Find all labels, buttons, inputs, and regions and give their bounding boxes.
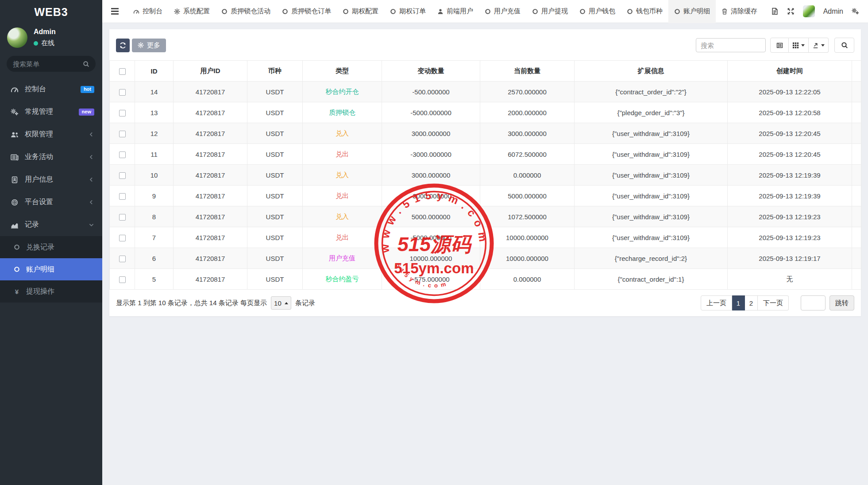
table-row: 741720817USDT兑出-5000.00000010000.000000{… <box>110 227 861 248</box>
jump-page-input[interactable] <box>801 295 826 310</box>
tab-wallet-coins[interactable]: 钱包币种 <box>621 0 668 23</box>
page-1-button[interactable]: 1 <box>732 295 745 310</box>
columns-button[interactable] <box>789 38 809 53</box>
table-row: 841720817USDT兑入5000.0000001072.500000{"u… <box>110 206 861 227</box>
sidebar-search-input[interactable] <box>13 60 79 68</box>
tab-pledge-orders[interactable]: 质押锁仓订单 <box>276 0 337 23</box>
toolbar-right <box>696 38 854 53</box>
cell-coin: USDT <box>247 206 303 227</box>
caret-up-icon <box>285 302 288 304</box>
tab-option-orders[interactable]: 期权订单 <box>384 0 432 23</box>
sidebar-item-permission-management[interactable]: 权限管理 <box>0 123 102 146</box>
cell-extra-info: {"user_withdraw_id":3109} <box>575 165 728 186</box>
table-search-input[interactable] <box>696 38 766 52</box>
sidebar-item-user-info[interactable]: 用户信息 <box>0 168 102 191</box>
table-row: 641720817USDT用户充值10000.00000010000.00000… <box>110 248 861 269</box>
more-button[interactable]: 更多 <box>132 39 166 52</box>
profile-name: Admin <box>34 28 56 36</box>
cell-change-amount: 5000.000000 <box>382 206 480 227</box>
sidebar-item-business-activity[interactable]: 业务活动 <box>0 146 102 168</box>
cell-id: 13 <box>135 102 174 123</box>
grid-icon <box>792 42 799 49</box>
circle-icon <box>532 8 538 15</box>
admin-avatar[interactable] <box>803 5 815 17</box>
row-checkbox[interactable] <box>119 256 126 262</box>
cell-user-id: 41720817 <box>174 248 247 269</box>
sidebar-item-general-management[interactable]: 常规管理new <box>0 101 102 123</box>
sidebar-item-platform-settings[interactable]: 平台设置 <box>0 191 102 213</box>
tab-account-details[interactable]: 账户明细 <box>668 0 716 23</box>
refresh-icon <box>120 42 126 49</box>
cell-current-amount: 2570.000000 <box>480 81 575 102</box>
tab-user-withdraw[interactable]: 用户提现 <box>526 0 574 23</box>
cell-type: 兑出 <box>303 186 382 206</box>
sidebar-item-account-details[interactable]: 账户明细 <box>0 258 102 280</box>
sidebar-submenu-records: 兑换记录账户明细¥提现操作 <box>0 236 102 303</box>
page-size-select[interactable]: 10 <box>271 296 291 310</box>
cell-id: 12 <box>135 123 174 144</box>
row-checkbox[interactable] <box>119 110 126 116</box>
cell-type: 秒合约盈亏 <box>303 269 382 290</box>
docs-icon[interactable] <box>771 8 779 15</box>
select-all-checkbox[interactable] <box>119 68 126 75</box>
cell-created-time: 2025-09-13 12:19:23 <box>728 227 852 248</box>
tab-pledge-activity[interactable]: 质押锁仓活动 <box>216 0 276 23</box>
refresh-button[interactable] <box>116 39 130 52</box>
column-header: 类型 <box>303 61 382 81</box>
cell-user-id: 41720817 <box>174 144 247 165</box>
cell-change-amount: 10000.000000 <box>382 248 480 269</box>
sidebar-item-records[interactable]: 记录 <box>0 213 102 236</box>
column-header: ID <box>135 61 174 81</box>
cell-current-amount: 10000.000000 <box>480 248 575 269</box>
row-checkbox[interactable] <box>119 193 126 200</box>
cell-created-time: 2025-09-13 12:19:23 <box>728 206 852 227</box>
search-button[interactable] <box>834 38 854 53</box>
sidebar-item-label: 兑换记录 <box>26 243 54 252</box>
prev-page-button[interactable]: 上一页 <box>701 295 732 310</box>
circle-icon <box>390 8 396 15</box>
row-checkbox[interactable] <box>119 276 126 283</box>
circle-icon <box>343 8 349 15</box>
jump-button[interactable]: 跳转 <box>829 295 854 310</box>
cell-id: 9 <box>135 186 174 206</box>
cell-user-id: 41720817 <box>174 206 247 227</box>
cell-current-amount: 0.000000 <box>480 269 575 290</box>
column-header: 用户ID <box>174 61 247 81</box>
row-checkbox[interactable] <box>119 89 126 96</box>
tab-dashboard[interactable]: 控制台 <box>127 0 168 23</box>
row-checkbox[interactable] <box>119 131 126 137</box>
tab-user-wallet[interactable]: 用户钱包 <box>574 0 621 23</box>
admin-username[interactable]: Admin <box>823 8 843 16</box>
cell-type: 兑入 <box>303 123 382 144</box>
sidebar-item-withdraw-operations[interactable]: ¥提现操作 <box>0 280 102 303</box>
sidebar-item-label: 用户信息 <box>25 175 53 184</box>
export-button[interactable] <box>809 38 829 53</box>
cell-id: 14 <box>135 81 174 102</box>
next-page-button[interactable]: 下一页 <box>758 295 789 310</box>
tab-system-config[interactable]: 系统配置 <box>168 0 216 23</box>
tab-option-config[interactable]: 期权配置 <box>337 0 384 23</box>
cell-extra-info: {"contract_order_id":1} <box>575 269 728 290</box>
fullscreen-icon[interactable] <box>787 8 795 15</box>
tab-frontend-users[interactable]: 前端用户 <box>432 0 479 23</box>
chevron-left-icon <box>89 199 94 205</box>
cell-current-amount: 0.000000 <box>480 165 575 186</box>
sidebar-item-dashboard[interactable]: 控制台hot <box>0 78 102 101</box>
cell-created-time: 2025-09-13 12:20:45 <box>728 144 852 165</box>
row-checkbox[interactable] <box>119 151 126 158</box>
sidebar-item-exchange-records[interactable]: 兑换记录 <box>0 236 102 258</box>
page-2-button[interactable]: 2 <box>745 295 758 310</box>
tab-clear-cache[interactable]: 清除缓存 <box>716 0 763 23</box>
row-checkbox[interactable] <box>119 235 126 241</box>
hamburger-menu-icon[interactable] <box>102 8 127 15</box>
sidebar-item-label: 记录 <box>25 220 39 229</box>
cell-change-amount: -575.000000 <box>382 269 480 290</box>
settings-gears-icon[interactable] <box>852 8 859 15</box>
profile-status: 在线 <box>34 39 56 47</box>
cell-current-amount: 6072.500000 <box>480 144 575 165</box>
row-checkbox[interactable] <box>119 214 126 221</box>
tab-user-recharge[interactable]: 用户充值 <box>479 0 526 23</box>
row-checkbox[interactable] <box>119 172 126 179</box>
detail-view-button[interactable] <box>770 38 789 53</box>
avatar[interactable] <box>7 27 27 48</box>
